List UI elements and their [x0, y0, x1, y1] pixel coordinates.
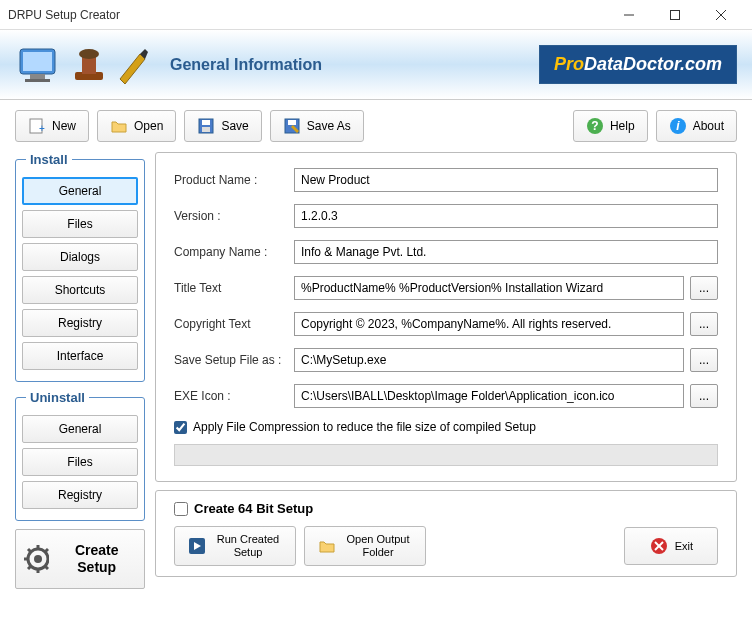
minimize-button[interactable]: [606, 0, 652, 30]
svg-rect-14: [202, 120, 210, 125]
close-icon: [649, 536, 669, 556]
exit-label: Exit: [675, 540, 693, 553]
compression-label: Apply File Compression to reduce the fil…: [193, 420, 536, 434]
close-button[interactable]: [698, 0, 744, 30]
svg-point-23: [34, 555, 42, 563]
copyright-input[interactable]: [294, 312, 684, 336]
stamp-icon: [70, 44, 110, 86]
banner-title: General Information: [170, 56, 322, 74]
sidebar-item-dialogs[interactable]: Dialogs: [22, 243, 138, 271]
create64-label: Create 64 Bit Setup: [194, 501, 313, 516]
folder-icon: [317, 536, 337, 556]
bottom-panel: Create 64 Bit Setup Run Created Setup Op…: [155, 490, 737, 577]
help-icon: ?: [586, 117, 604, 135]
svg-rect-7: [25, 79, 50, 82]
compression-checkbox[interactable]: [174, 421, 187, 434]
product-name-input[interactable]: [294, 168, 718, 192]
form-panel: Product Name : Version : Company Name : …: [155, 152, 737, 482]
svg-line-28: [28, 549, 31, 552]
titletext-label: Title Text: [174, 281, 294, 295]
version-label: Version :: [174, 209, 294, 223]
install-legend: Install: [26, 152, 72, 167]
sidebar-item-general[interactable]: General: [22, 177, 138, 205]
savesetup-browse-button[interactable]: ...: [690, 348, 718, 372]
window-title: DRPU Setup Creator: [8, 8, 606, 22]
sidebar-item-interface[interactable]: Interface: [22, 342, 138, 370]
svg-line-31: [28, 566, 31, 569]
banner-logo: ProDataDoctor.com: [539, 45, 737, 84]
svg-text:+: +: [39, 123, 45, 134]
sidebar-item-u-general[interactable]: General: [22, 415, 138, 443]
uninstall-fieldset: Uninstall General Files Registry: [15, 390, 145, 521]
new-button[interactable]: +New: [15, 110, 89, 142]
copyright-browse-button[interactable]: ...: [690, 312, 718, 336]
exit-button[interactable]: Exit: [624, 527, 718, 565]
titlebar: DRPU Setup Creator: [0, 0, 752, 30]
floppy-icon: [197, 117, 215, 135]
open-output-button[interactable]: Open Output Folder: [304, 526, 426, 566]
sidebar-item-files[interactable]: Files: [22, 210, 138, 238]
saveas-button[interactable]: Save As: [270, 110, 364, 142]
savesetup-input[interactable]: [294, 348, 684, 372]
maximize-button[interactable]: [652, 0, 698, 30]
save-button[interactable]: Save: [184, 110, 261, 142]
create64-checkbox[interactable]: [174, 502, 188, 516]
banner-icons: [15, 44, 150, 86]
svg-rect-1: [671, 10, 680, 19]
svg-line-30: [45, 549, 48, 552]
info-icon: i: [669, 117, 687, 135]
banner: General Information ProDataDoctor.com: [0, 30, 752, 100]
monitor-icon: [15, 44, 65, 86]
exeicon-label: EXE Icon :: [174, 389, 294, 403]
progress-bar: [174, 444, 718, 466]
product-name-label: Product Name :: [174, 173, 294, 187]
new-icon: +: [28, 117, 46, 135]
svg-point-10: [79, 49, 99, 59]
svg-line-29: [45, 566, 48, 569]
pen-icon: [115, 44, 150, 86]
sidebar-item-u-files[interactable]: Files: [22, 448, 138, 476]
run-created-button[interactable]: Run Created Setup: [174, 526, 296, 566]
play-icon: [187, 536, 207, 556]
install-fieldset: Install General Files Dialogs Shortcuts …: [15, 152, 145, 382]
company-label: Company Name :: [174, 245, 294, 259]
copyright-label: Copyright Text: [174, 317, 294, 331]
open-button[interactable]: Open: [97, 110, 176, 142]
sidebar-item-registry[interactable]: Registry: [22, 309, 138, 337]
run-created-label: Run Created Setup: [213, 533, 283, 559]
svg-rect-5: [23, 52, 52, 71]
sidebar-item-shortcuts[interactable]: Shortcuts: [22, 276, 138, 304]
version-input[interactable]: [294, 204, 718, 228]
help-button[interactable]: ?Help: [573, 110, 648, 142]
gear-icon: [24, 545, 49, 573]
exeicon-browse-button[interactable]: ...: [690, 384, 718, 408]
company-input[interactable]: [294, 240, 718, 264]
create-setup-button[interactable]: Create Setup: [15, 529, 145, 589]
open-output-label: Open Output Folder: [343, 533, 413, 559]
about-button[interactable]: iAbout: [656, 110, 737, 142]
create-setup-label: Create Setup: [57, 542, 136, 576]
sidebar: Install General Files Dialogs Shortcuts …: [15, 152, 145, 589]
svg-rect-6: [30, 74, 45, 79]
svg-text:?: ?: [591, 119, 598, 133]
svg-rect-15: [202, 127, 210, 132]
exeicon-input[interactable]: [294, 384, 684, 408]
titletext-browse-button[interactable]: ...: [690, 276, 718, 300]
savesetup-label: Save Setup File as :: [174, 353, 294, 367]
floppy-pencil-icon: [283, 117, 301, 135]
sidebar-item-u-registry[interactable]: Registry: [22, 481, 138, 509]
uninstall-legend: Uninstall: [26, 390, 89, 405]
toolbar: +New Open Save Save As ?Help iAbout: [0, 100, 752, 152]
svg-rect-17: [288, 120, 296, 125]
titletext-input[interactable]: [294, 276, 684, 300]
folder-open-icon: [110, 117, 128, 135]
